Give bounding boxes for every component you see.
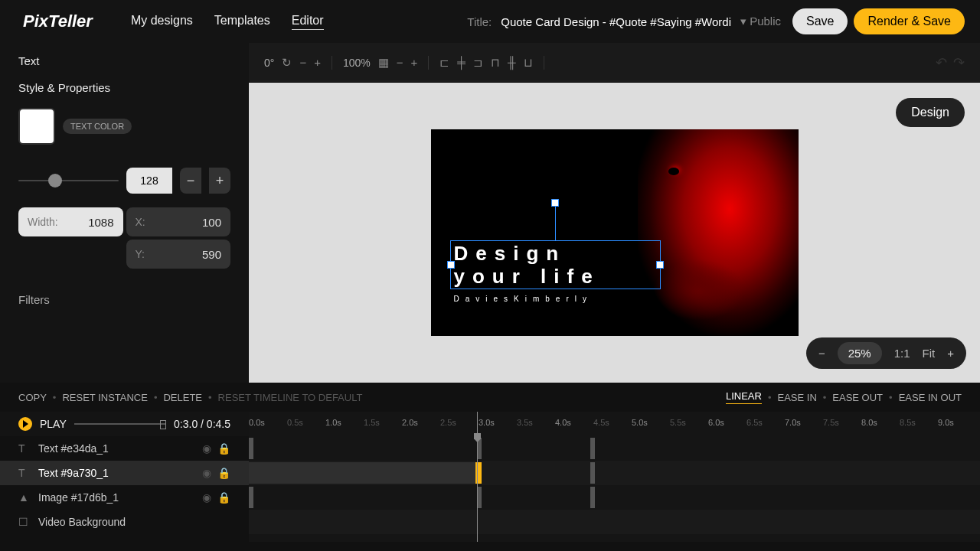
ease-in[interactable]: EASE IN <box>777 392 816 403</box>
selection-box[interactable] <box>450 240 661 289</box>
opacity-decrease[interactable]: − <box>397 56 403 69</box>
layer-row-image[interactable]: ▲ Image #17d6b_1 ◉🔒 <box>0 485 249 510</box>
x-field[interactable]: X: <box>126 207 231 236</box>
fontsize-input[interactable] <box>126 168 172 194</box>
fontsize-increase[interactable]: + <box>209 168 230 194</box>
zoom-value[interactable]: 25% <box>838 342 882 364</box>
lock-icon[interactable]: 🔒 <box>217 491 230 504</box>
save-button[interactable]: Save <box>792 8 848 34</box>
zoom-fit[interactable]: Fit <box>923 347 936 360</box>
ease-linear[interactable]: LINEAR <box>726 390 762 404</box>
ease-in-out[interactable]: EASE IN OUT <box>899 392 962 403</box>
layer-row-text1[interactable]: T Text #e34da_1 ◉🔒 <box>0 436 249 461</box>
align-top-icon[interactable]: ⊓ <box>491 56 500 70</box>
y-field[interactable]: Y: <box>126 240 231 269</box>
play-label: PLAY <box>40 418 67 430</box>
nav-editor[interactable]: Editor <box>292 14 324 30</box>
play-button[interactable] <box>18 417 32 431</box>
lock-icon[interactable]: 🔒 <box>217 467 230 479</box>
visibility-icon[interactable]: ◉ <box>202 442 211 455</box>
rotate-value: 0° <box>264 57 274 69</box>
canvas-viewport[interactable]: Designyour life DaviesKimberly Design − … <box>249 83 980 383</box>
align-bottom-icon[interactable]: ⊔ <box>524 56 533 70</box>
layer-row-video[interactable]: ☐ Video Background <box>0 510 249 534</box>
artboard[interactable]: Designyour life DaviesKimberly <box>431 129 799 336</box>
reset-timeline-action[interactable]: RESET TIMELINE TO DEFAULT <box>218 392 363 403</box>
rotate-handle[interactable] <box>551 199 559 207</box>
text-icon: T <box>18 442 31 455</box>
resize-handle-right[interactable] <box>656 261 664 269</box>
sub-text[interactable]: DaviesKimberly <box>454 295 593 303</box>
image-icon: ▲ <box>18 491 31 504</box>
align-center-icon[interactable]: ╪ <box>457 56 466 69</box>
layer-row-text2[interactable]: T Text #9a730_1 ◉🔒 <box>0 461 249 485</box>
opacity-icon[interactable]: ▦ <box>378 56 389 70</box>
timeline-panel: COPY• RESET INSTANCE• DELETE• RESET TIME… <box>0 383 980 551</box>
rotate-icon[interactable]: ↻ <box>282 56 292 70</box>
fontsize-decrease[interactable]: − <box>180 168 201 194</box>
x-input[interactable] <box>145 216 221 229</box>
rotate-handle-line <box>555 203 556 241</box>
filters-heading[interactable]: Filters <box>18 293 230 306</box>
rotate-increase[interactable]: + <box>314 56 321 69</box>
rotate-decrease[interactable]: − <box>299 56 306 69</box>
visibility-dropdown[interactable]: ▾ Public <box>740 15 781 28</box>
title-text[interactable]: Quote Card Design - #Quote #Saying #Word… <box>501 15 731 28</box>
y-input[interactable] <box>145 248 221 261</box>
opacity-increase[interactable]: + <box>411 56 418 69</box>
copy-action[interactable]: COPY <box>18 392 47 403</box>
ease-out[interactable]: EASE OUT <box>832 392 883 403</box>
align-left-icon[interactable]: ⊏ <box>439 56 449 70</box>
background-image <box>638 129 799 336</box>
nav-my-designs[interactable]: My designs <box>131 14 193 30</box>
nav-templates[interactable]: Templates <box>214 14 270 30</box>
zoom-ratio[interactable]: 1:1 <box>894 347 910 360</box>
text-color-label: TEXT COLOR <box>63 119 132 134</box>
slider-thumb[interactable] <box>48 174 62 187</box>
zoom-out-icon[interactable]: − <box>818 347 825 360</box>
text-icon: T <box>18 467 31 479</box>
align-middle-icon[interactable]: ╫ <box>508 56 516 69</box>
render-save-button[interactable]: Render & Save <box>854 8 965 34</box>
zoom-controls: − 25% 1:1 Fit + <box>806 337 966 369</box>
properties-sidebar: Text Style & Properties TEXT COLOR − + W… <box>0 43 249 383</box>
width-input[interactable] <box>58 216 114 229</box>
style-heading: Style & Properties <box>18 81 230 94</box>
text-heading: Text <box>18 54 230 67</box>
play-scrubber[interactable] <box>74 423 166 425</box>
canvas-toolbar: 0° ↻ − + 100% ▦ − + ⊏ ╪ ⊐ ⊓ ╫ ⊔ ↶ ↷ <box>249 43 980 83</box>
text-color-swatch[interactable] <box>18 108 55 145</box>
visibility-icon[interactable]: ◉ <box>202 491 211 504</box>
visibility-icon[interactable]: ◉ <box>202 467 211 479</box>
width-field[interactable]: Width: <box>18 207 123 236</box>
redo-icon[interactable]: ↷ <box>953 54 965 71</box>
timeline-tracks[interactable]: 0.0s0.5s1.0s1.5s2.0s2.5s3.0s3.5s4.0s4.5s… <box>249 412 980 542</box>
title-label: Title: <box>467 15 492 28</box>
align-right-icon[interactable]: ⊐ <box>473 56 483 70</box>
undo-icon[interactable]: ↶ <box>936 54 947 71</box>
logo[interactable]: PixTeller <box>15 8 100 34</box>
opacity-value: 100% <box>343 57 371 69</box>
mode-toggle[interactable]: Design <box>896 98 965 127</box>
delete-action[interactable]: DELETE <box>163 392 202 403</box>
play-time: 0:3.0 / 0:4.5 <box>174 418 230 430</box>
zoom-in-icon[interactable]: + <box>947 347 954 360</box>
reset-instance-action[interactable]: RESET INSTANCE <box>62 392 147 403</box>
playhead[interactable] <box>477 412 478 542</box>
resize-handle-left[interactable] <box>447 261 455 269</box>
fontsize-slider[interactable] <box>18 180 119 181</box>
lock-icon[interactable]: 🔒 <box>217 442 230 455</box>
checkbox-icon[interactable]: ☐ <box>18 516 31 528</box>
